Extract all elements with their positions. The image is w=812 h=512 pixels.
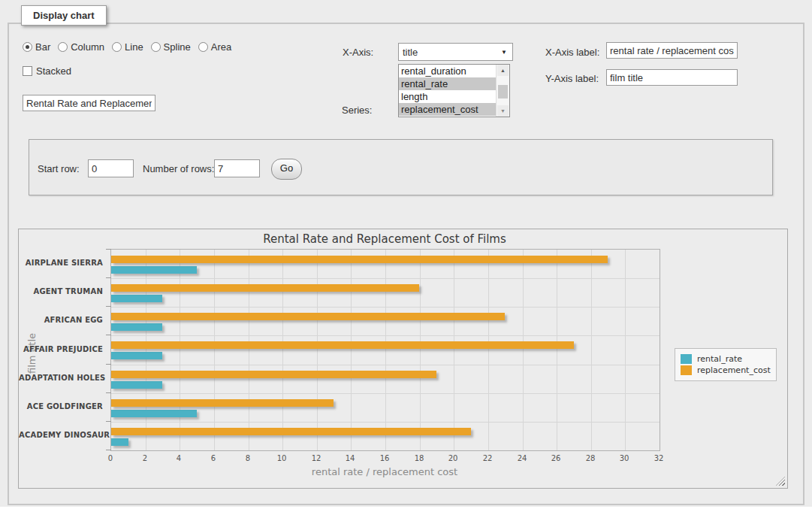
number-of-rows-input[interactable] [214,159,260,177]
x-axis-select[interactable]: title ▼ [398,43,513,61]
chart-title: Rental Rate and Replacement Cost of Film… [110,232,659,246]
chart-type-label: Spline [164,41,191,53]
bar-rental_rate [111,266,197,274]
x-tick-label: 16 [373,454,396,462]
series-option-rental_duration[interactable]: rental_duration [399,65,500,77]
scroll-down-icon[interactable]: ▼ [497,105,509,117]
series-option-replacement_cost[interactable]: replacement_cost [399,103,500,116]
start-row-label: Start row: [38,163,80,174]
gridline-vertical [351,250,352,450]
gridline-vertical [420,250,421,450]
x-tick-label: 2 [134,454,156,462]
bar-replacement_cost [111,284,419,292]
series-scrollbar[interactable]: ▲ ▼ [496,65,509,117]
y-axis-label-input[interactable] [606,69,738,86]
gridline-vertical [180,250,180,450]
y-axis-tick [106,450,111,450]
x-tick-label: 18 [408,454,430,462]
x-axis-label-input[interactable] [606,42,738,59]
chart-container: Rental Rate and Replacement Cost of Film… [18,229,788,489]
stacked-label: Stacked [36,65,71,77]
series-option-rental_rate[interactable]: rental_rate [399,77,500,90]
stacked-checkbox-row[interactable]: Stacked [23,65,71,77]
y-axis-tick [106,306,111,307]
chart-type-label: Line [125,41,143,53]
x-tick-label: 12 [305,454,328,462]
bar-replacement_cost [111,428,471,435]
x-axis-label-caption: X-Axis label: [545,47,599,58]
bar-rental_rate [111,323,162,331]
resize-grip-icon[interactable] [776,477,785,486]
gridline-vertical [214,250,215,450]
radio-icon [198,42,208,52]
chart-type-radio-column[interactable]: Column [58,41,104,53]
y-axis-tick [106,249,111,250]
bar-replacement_cost [111,399,334,407]
bar-rental_rate [111,438,128,446]
category-label: AFRICAN EGG [19,316,103,324]
gridline-horizontal [111,365,660,365]
stacked-checkbox[interactable] [23,66,32,76]
x-tick-label: 6 [202,454,225,462]
gridline-vertical [488,250,489,450]
chart-type-radio-line[interactable]: Line [112,41,143,53]
category-label: AGENT TRUMAN [19,287,103,295]
chart-legend: rental_ratereplacement_cost [675,348,777,381]
gridline-horizontal [111,422,660,423]
x-axis-select-label: X-Axis: [343,47,373,58]
chart-title-input[interactable] [23,95,155,111]
gridline-vertical [146,250,146,450]
category-label: ACADEMY DINOSAUR [19,431,103,439]
legend-label: rental_rate [697,354,742,364]
gridline-horizontal [111,307,660,308]
chart-type-label: Bar [35,41,50,53]
page: Display chart BarColumnLineSplineArea St… [0,0,812,512]
start-row-input[interactable] [88,159,134,177]
chart-plot-area [110,249,660,451]
x-axis-selected-value: title [403,47,418,58]
x-tick-label: 30 [613,454,635,462]
chart-type-radio-bar[interactable]: Bar [23,41,50,53]
gridline-vertical [249,250,249,450]
legend-swatch-icon [681,354,692,364]
category-label: ADAPTATION HOLES [19,374,103,382]
chart-x-axis-label: rental rate / replacement cost [110,466,659,477]
x-tick-label: 14 [339,454,361,462]
series-select-label: Series: [342,105,372,116]
panel-title: Display chart [21,5,107,26]
gridline-vertical [557,250,557,450]
y-axis-tick [106,277,111,278]
chart-type-radio-group: BarColumnLineSplineArea [23,41,239,53]
gridline-vertical [282,250,283,450]
y-axis-tick [106,392,111,393]
series-option-length[interactable]: length [399,90,500,103]
chart-type-radio-area[interactable]: Area [198,41,231,53]
bar-rental_rate [111,295,162,302]
y-axis-label-caption: Y-Axis label: [545,73,599,84]
bar-rental_rate [111,410,197,417]
chart-type-label: Area [211,41,231,53]
gridline-horizontal [111,278,660,279]
gridline-vertical [385,250,386,450]
x-tick-label: 22 [476,454,499,462]
gridline-vertical [591,250,592,450]
radio-icon [112,42,122,52]
radio-icon [58,42,68,52]
radio-icon [23,42,32,52]
chart-type-radio-spline[interactable]: Spline [151,41,191,53]
bar-replacement_cost [111,341,574,349]
x-tick-label: 26 [545,454,567,462]
category-label: AFFAIR PREJUDICE [19,345,103,353]
series-multiselect[interactable]: rental_durationrental_ratelengthreplacem… [398,64,510,117]
legend-swatch-icon [681,365,692,375]
scroll-up-icon[interactable]: ▲ [497,65,509,76]
page-bottom-margin [0,507,812,512]
legend-item-replacement_cost: replacement_cost [681,365,771,375]
bar-rental_rate [111,352,162,359]
chevron-down-icon: ▼ [501,49,507,56]
go-button[interactable]: Go [271,159,302,180]
scrollbar-thumb[interactable] [498,85,508,98]
y-axis-tick [106,421,111,422]
number-of-rows-label: Number of rows: [143,163,214,174]
bar-rental_rate [111,381,162,389]
